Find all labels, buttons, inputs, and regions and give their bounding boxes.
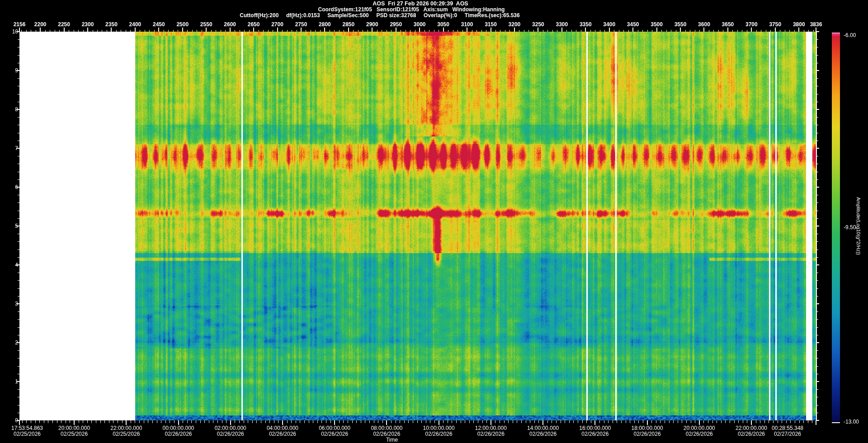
time-axis-tick-label: 10:00:00.00002/26/2026 <box>410 425 468 437</box>
frequency-axis-tick-label: 4 <box>5 262 18 268</box>
spectrogram-canvas <box>0 0 868 443</box>
time-axis-tick-label: 06:00:00.00002/26/2026 <box>305 425 364 437</box>
record-axis-tick-label: 2200 <box>34 21 47 28</box>
record-axis-tick-label: 2600 <box>224 21 236 28</box>
colorbar-axis-title: Amplitude(Log10(g^2/Hz)) <box>856 197 861 255</box>
time-axis-title: Time <box>386 437 398 443</box>
record-axis-tick-label: 3350 <box>580 21 592 28</box>
record-axis-tick-label: 2900 <box>366 21 378 28</box>
record-axis-tick-label: 3550 <box>675 21 687 28</box>
record-axis-tick-label: 2850 <box>343 21 355 28</box>
header-params-line2: Cuttoff(Hz):200 df(Hz):0.0153 Sample/Sec… <box>0 13 760 19</box>
record-axis-tick-label: 2800 <box>319 21 331 28</box>
record-axis-tick-label: 2156 <box>14 21 26 28</box>
record-axis-tick-label: 2450 <box>153 21 165 28</box>
record-axis-tick-label: 3000 <box>414 21 426 28</box>
colorbar-tick-mid: -9.50 <box>844 224 856 231</box>
record-axis-tick-label: 3700 <box>745 21 758 28</box>
record-axis-tick-label: 2550 <box>200 21 212 28</box>
frequency-axis-tick-label: 9 <box>5 67 18 74</box>
frequency-axis-tick-label: 1 <box>5 378 18 385</box>
record-axis-tick-label: 3450 <box>627 21 639 28</box>
record-axis-tick-label: 3050 <box>437 21 449 28</box>
record-axis-tick-label: 2350 <box>105 21 118 28</box>
record-axis-tick-label: 3100 <box>461 21 473 28</box>
record-axis-tick-label: 2300 <box>82 21 94 28</box>
frequency-axis-tick-label: 10 <box>5 28 18 35</box>
record-axis-tick-label: 3400 <box>603 21 615 28</box>
record-axis-tick-label: 3750 <box>769 21 781 28</box>
record-axis-tick-label: 3600 <box>698 21 710 28</box>
time-axis-tick-label: 02:00:00.00002/26/2026 <box>201 425 260 437</box>
time-axis-tick-label: 14:00:00.00002/26/2026 <box>514 425 572 437</box>
time-axis-tick-label: 22:00:00.00002/25/2026 <box>97 425 156 437</box>
record-axis-tick-label: 3500 <box>651 21 663 28</box>
frequency-axis-tick-label: 2 <box>5 339 18 346</box>
colorbar-tick-min: -13.00 <box>844 419 859 425</box>
frequency-axis-tick-label: 7 <box>5 145 18 151</box>
time-axis-tick-label: 00:00:00.00002/26/2026 <box>149 425 208 437</box>
record-axis-tick-label: 3836 <box>810 21 822 28</box>
record-axis-tick-label: 2250 <box>58 21 70 28</box>
colorbar-tick-max: -6.00 <box>844 32 856 38</box>
aos-spectrogram-window: AOS Fri 27 Feb 2026 00:29:39 AOS CoordSy… <box>0 0 868 443</box>
frequency-axis-tick-label: 3 <box>5 301 18 307</box>
time-axis-tick-label: 20:00:00.00002/25/2026 <box>45 425 104 437</box>
record-axis-tick-label: 3650 <box>722 21 734 28</box>
record-axis-tick-label: 3200 <box>509 21 521 28</box>
record-axis-tick-label: 3250 <box>532 21 544 28</box>
time-axis-tick-label: 16:00:00.00002/26/2026 <box>566 425 624 437</box>
record-axis-tick-label: 2750 <box>295 21 307 28</box>
record-axis-tick-label: 2950 <box>390 21 402 28</box>
frequency-axis-tick-label: 6 <box>5 184 18 190</box>
time-axis-tick-label: 04:00:00.00002/26/2026 <box>253 425 312 437</box>
record-axis-tick-label: 2500 <box>176 21 189 28</box>
time-axis-tick-label: 00:28:55.34802/27/2026 <box>758 425 817 437</box>
record-axis-tick-label: 3150 <box>485 21 497 28</box>
time-axis-tick-label: 08:00:00.00002/26/2026 <box>357 425 416 437</box>
frequency-axis-tick-label: 8 <box>5 106 18 113</box>
record-axis-tick-label: 3300 <box>556 21 568 28</box>
record-axis-tick-label: 2400 <box>129 21 142 28</box>
record-axis-tick-label: 2700 <box>271 21 283 28</box>
time-axis-tick-label: 18:00:00.00002/26/2026 <box>618 425 677 437</box>
frequency-axis-tick-label: 0 <box>5 417 18 424</box>
record-axis-tick-label: 2650 <box>248 21 260 28</box>
time-axis-tick-label: 12:00:00.00002/26/2026 <box>462 425 520 437</box>
time-axis-tick-label: 20:00:00.00002/26/2026 <box>670 425 729 437</box>
frequency-axis-tick-label: 5 <box>5 223 18 229</box>
record-axis-tick-label: 3800 <box>793 21 805 28</box>
